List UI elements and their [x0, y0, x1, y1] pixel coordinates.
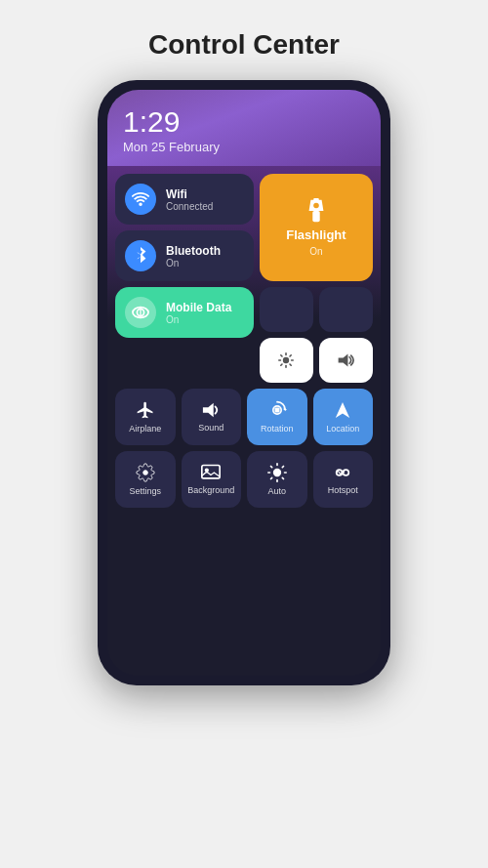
phone-screen: 1:29 Mon 25 February Wifi [107, 90, 381, 676]
date-display: Mon 25 February [123, 140, 365, 154]
background-tile[interactable]: Background [182, 451, 242, 508]
settings-label: Settings [129, 486, 161, 496]
background-label: Background [187, 485, 234, 495]
hotspot-label: Hotspot [328, 485, 358, 495]
svg-point-6 [313, 203, 319, 209]
svg-line-33 [270, 477, 271, 478]
svg-rect-5 [313, 198, 319, 201]
svg-rect-20 [274, 408, 279, 413]
right-group: Flashlight On [260, 174, 373, 383]
mobile-data-icon [132, 305, 149, 320]
location-icon [334, 400, 351, 420]
bluetooth-sublabel: On [166, 258, 221, 269]
mobile-icon-circle [125, 297, 156, 328]
svg-marker-16 [339, 353, 348, 366]
svg-point-22 [142, 471, 147, 475]
location-label: Location [326, 424, 359, 434]
bt-icon-circle [125, 240, 156, 271]
mobile-sublabel: On [166, 314, 231, 325]
svg-line-13 [290, 364, 291, 365]
svg-rect-3 [312, 211, 319, 222]
svg-line-32 [282, 467, 283, 468]
brightness-icon [278, 352, 294, 368]
sound-icon [201, 401, 221, 419]
wifi-label: Wifi [166, 187, 213, 201]
auto-icon [267, 463, 287, 482]
screen-top: 1:29 Mon 25 February [107, 90, 381, 166]
flashlight-icon [305, 198, 327, 224]
settings-icon [136, 463, 155, 482]
mobile-text-group: Mobile Data On [166, 301, 231, 325]
svg-marker-21 [336, 402, 349, 418]
mobile-label: Mobile Data [166, 301, 231, 314]
sound-tile[interactable]: Sound [182, 389, 242, 445]
phone-frame: 1:29 Mon 25 February Wifi [98, 80, 390, 685]
page-title: Control Center [148, 29, 340, 61]
auto-label: Auto [267, 486, 286, 496]
small-tile-2[interactable] [319, 287, 373, 332]
svg-line-15 [281, 364, 282, 365]
mobile-data-tile[interactable]: Mobile Data On [115, 287, 254, 338]
flashlight-label: Flashlight [286, 227, 346, 242]
flashlight-tile[interactable]: Flashlight On [260, 174, 373, 281]
location-tile[interactable]: Location [313, 389, 374, 445]
hotspot-tile[interactable]: Hotspot [313, 451, 374, 508]
flashlight-sublabel: On [309, 246, 322, 257]
bottom-row-2: Settings Background [115, 451, 373, 508]
wifi-icon [132, 192, 149, 206]
bt-text-group: Bluetooth On [166, 244, 221, 269]
bluetooth-tile[interactable]: Bluetooth On [115, 230, 254, 281]
small-tile-1[interactable] [260, 287, 313, 332]
wifi-icon-circle [125, 184, 156, 215]
svg-line-12 [281, 355, 282, 356]
settings-tile[interactable]: Settings [115, 451, 176, 508]
sound-label: Sound [198, 423, 224, 433]
svg-point-25 [273, 469, 281, 476]
airplane-icon [136, 400, 155, 420]
auto-tile[interactable]: Auto [247, 451, 307, 508]
wifi-tile[interactable]: Wifi Connected [115, 174, 254, 225]
bluetooth-label: Bluetooth [166, 244, 221, 258]
brightness-tile[interactable] [260, 338, 313, 383]
svg-line-30 [270, 467, 271, 468]
controls-area: Wifi Connected Bluetooth On [107, 166, 381, 676]
small-tiles-grid [260, 287, 373, 383]
background-icon [201, 464, 221, 481]
bottom-row-1: Airplane Sound Rotat [115, 389, 373, 445]
svg-marker-17 [203, 403, 214, 417]
bluetooth-icon [134, 247, 147, 265]
svg-line-14 [290, 355, 291, 356]
airplane-label: Airplane [129, 424, 161, 434]
rotation-label: Rotation [261, 424, 294, 434]
svg-line-31 [282, 477, 283, 478]
volume-tile[interactable] [319, 338, 373, 383]
rotation-icon [267, 400, 287, 420]
rotation-tile[interactable]: Rotation [247, 389, 307, 445]
wifi-text-group: Wifi Connected [166, 187, 213, 212]
time-display: 1:29 [123, 107, 365, 137]
airplane-tile[interactable]: Airplane [115, 389, 176, 445]
wifi-sublabel: Connected [166, 201, 213, 212]
svg-rect-23 [202, 466, 220, 478]
svg-point-7 [283, 357, 289, 363]
hotspot-icon [332, 464, 353, 481]
left-group: Wifi Connected Bluetooth On [115, 174, 254, 383]
main-row: Wifi Connected Bluetooth On [115, 174, 373, 383]
volume-icon [337, 352, 354, 368]
